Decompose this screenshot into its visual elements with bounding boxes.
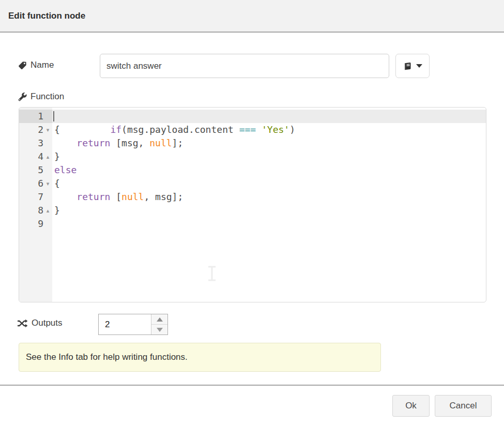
ok-button[interactable]: Ok — [392, 395, 430, 417]
wrench-icon — [18, 93, 27, 101]
shuffle-icon — [17, 319, 28, 328]
code-token: return — [77, 138, 110, 148]
fold-close-icon[interactable]: ▴ — [43, 204, 52, 217]
spinner-buttons — [151, 314, 167, 334]
gutter-cell: 2 ▾ — [19, 123, 52, 136]
mouse-ibeam-cursor — [207, 266, 217, 283]
code-token: null — [149, 138, 172, 148]
outputs-label: Outputs — [17, 318, 63, 328]
dialog-header: Edit function node — [0, 0, 504, 33]
spinner-down-button[interactable] — [151, 325, 167, 334]
chevron-down-icon — [416, 64, 422, 68]
line-number: 2 — [19, 123, 43, 136]
line-number: 8 — [19, 204, 43, 217]
code-token: } — [54, 151, 60, 162]
fold-marker-icon — [43, 190, 52, 204]
code-text[interactable]: if(msg.payload.content === 'Yes') — [52, 110, 486, 123]
gutter-cell: 9 — [19, 217, 52, 231]
editor-lines: 1 if(msg.payload.content === 'Yes') 2 ▾ … — [19, 108, 486, 231]
gutter-cell: 6 ▾ — [19, 177, 52, 190]
line-number: 6 — [19, 177, 43, 190]
code-token — [54, 138, 77, 148]
fold-marker-icon — [43, 217, 52, 231]
dialog-title: Edit function node — [8, 11, 85, 21]
code-text[interactable]: return [msg, null]; — [52, 136, 486, 150]
gutter-cell: 3 — [19, 136, 52, 150]
code-token: } — [54, 205, 60, 216]
gutter-cell: 5 — [19, 163, 52, 177]
name-label-text: Name — [30, 60, 54, 70]
function-label-text: Function — [30, 92, 64, 102]
tag-icon — [18, 61, 27, 70]
function-label: Function — [18, 92, 64, 102]
code-token: else — [54, 164, 77, 175]
code-token: [ — [110, 191, 121, 202]
code-text[interactable]: { — [52, 177, 486, 190]
code-token: ]; — [172, 138, 184, 148]
fold-marker-icon — [43, 136, 52, 150]
fold-open-icon[interactable]: ▾ — [43, 177, 52, 190]
code-line[interactable]: 5 else — [19, 163, 486, 177]
outputs-input[interactable] — [99, 314, 151, 334]
code-line[interactable]: 6 ▾ { — [19, 177, 486, 190]
code-token: [msg, — [110, 138, 149, 148]
line-number: 4 — [19, 150, 43, 163]
gutter-cell: 7 — [19, 190, 52, 204]
code-token: null — [121, 191, 144, 202]
code-line[interactable]: 2 ▾ { — [19, 123, 486, 136]
line-number: 7 — [19, 190, 43, 204]
function-code-editor[interactable]: 1 if(msg.payload.content === 'Yes') 2 ▾ … — [19, 107, 486, 302]
code-line[interactable]: 8 ▴ } — [19, 204, 486, 217]
editor-caret — [53, 111, 54, 121]
library-button[interactable] — [395, 54, 430, 78]
line-number: 9 — [19, 217, 43, 231]
code-line[interactable]: 9 — [19, 217, 486, 231]
fold-close-icon[interactable]: ▴ — [43, 150, 52, 163]
code-text[interactable]: else — [52, 163, 486, 177]
gutter-cell: 1 — [19, 110, 52, 123]
code-text[interactable]: { — [52, 123, 486, 136]
code-text[interactable]: } — [52, 204, 486, 217]
code-text[interactable]: } — [52, 150, 486, 163]
code-text[interactable]: return [null, msg]; — [52, 190, 486, 204]
arrow-down-icon — [157, 328, 163, 332]
spinner-up-button[interactable] — [151, 314, 167, 325]
form-tip-text: See the Info tab for help writing functi… — [26, 352, 188, 362]
name-label: Name — [18, 60, 54, 70]
edit-function-node-dialog: Edit function node Name — [0, 0, 504, 426]
code-text[interactable] — [52, 217, 486, 231]
arrow-up-icon — [157, 317, 163, 322]
fold-marker-icon — [43, 110, 52, 123]
line-number: 5 — [19, 163, 43, 177]
footer-divider — [0, 385, 504, 386]
line-number: 3 — [19, 136, 43, 150]
code-line[interactable]: 7 return [null, msg]; — [19, 190, 486, 204]
gutter-cell: 8 ▴ — [19, 204, 52, 217]
code-token: { — [54, 124, 60, 135]
form-tip: See the Info tab for help writing functi… — [19, 343, 381, 372]
name-input[interactable] — [100, 54, 389, 78]
code-line[interactable]: 1 if(msg.payload.content === 'Yes') — [19, 110, 486, 123]
fold-marker-icon — [43, 163, 52, 177]
fold-open-icon[interactable]: ▾ — [43, 123, 52, 136]
code-line[interactable]: 4 ▴ } — [19, 150, 486, 163]
cancel-button[interactable]: Cancel — [435, 395, 492, 417]
code-token: { — [54, 178, 60, 189]
code-token: return — [77, 191, 110, 202]
code-token — [54, 191, 77, 202]
line-number: 1 — [19, 110, 43, 123]
outputs-label-text: Outputs — [32, 318, 63, 328]
book-icon — [403, 62, 413, 71]
gutter-cell: 4 ▴ — [19, 150, 52, 163]
code-line[interactable]: 3 return [msg, null]; — [19, 136, 486, 150]
outputs-spinner — [98, 314, 168, 335]
code-token: , msg]; — [144, 191, 183, 202]
